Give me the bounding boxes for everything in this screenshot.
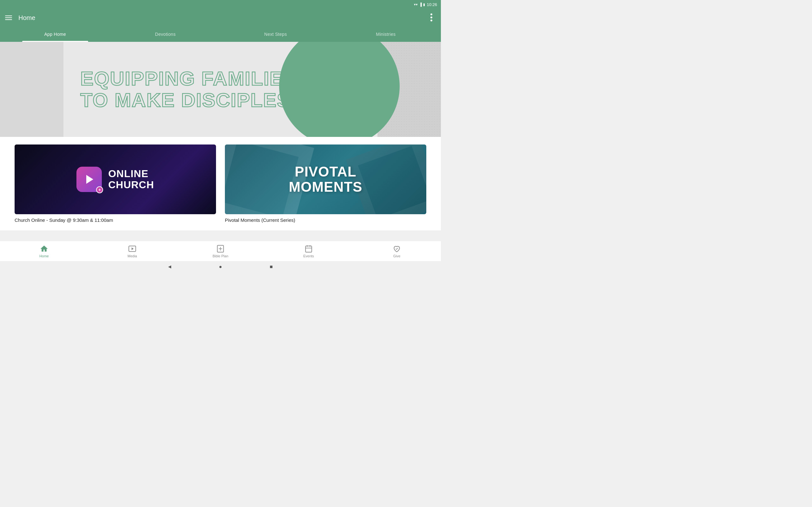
online-church-card[interactable]: + ONLINECHURCH Church Online - Sunday @ …	[14, 145, 216, 223]
back-button[interactable]: ◄	[166, 264, 173, 270]
menu-line-1	[5, 15, 12, 16]
app-bar-left: Home	[5, 14, 35, 21]
media-icon	[128, 245, 136, 253]
system-nav: ◄ ● ■	[0, 261, 441, 273]
nav-media[interactable]: Media	[123, 245, 142, 258]
nav-events[interactable]: Events	[299, 245, 318, 258]
svg-rect-5	[305, 246, 312, 252]
pivotal-moments-image: PIVOTALMOMENTS	[225, 145, 426, 214]
wifi-icon: ▾▾	[414, 3, 418, 7]
menu-line-3	[5, 19, 12, 20]
battery-icon: ▮	[423, 3, 425, 7]
give-icon	[393, 245, 401, 253]
hero-content: EQUIPPING FAMILIES TO MAKE DISCIPLES	[61, 68, 380, 111]
play-triangle-icon	[86, 175, 93, 184]
home-icon	[40, 245, 48, 253]
menu-line-2	[5, 17, 12, 18]
bottom-nav: Home Media Bible Plan Events Give	[0, 241, 441, 261]
more-button[interactable]: •••	[427, 13, 435, 22]
bible-icon	[216, 245, 224, 253]
plus-badge: +	[96, 186, 103, 193]
online-church-image: + ONLINECHURCH	[14, 145, 216, 214]
nav-media-label: Media	[128, 254, 137, 258]
tab-bar: App Home Devotions Next Steps Ministries	[0, 26, 441, 42]
home-button[interactable]: ●	[217, 264, 223, 270]
hero-title-line1: EQUIPPING FAMILIES	[80, 68, 297, 89]
nav-bible-plan[interactable]: Bible Plan	[211, 245, 230, 258]
hero-title-line2: TO MAKE DISCIPLES	[80, 89, 297, 111]
online-church-label: Church Online - Sunday @ 9:30am & 11:00a…	[14, 217, 216, 223]
status-time: 10:26	[426, 2, 437, 7]
nav-home[interactable]: Home	[35, 245, 54, 258]
nav-bible-label: Bible Plan	[212, 254, 229, 258]
content-section: + ONLINECHURCH Church Online - Sunday @ …	[0, 137, 441, 230]
app-title: Home	[18, 14, 35, 21]
recents-button[interactable]: ■	[268, 264, 274, 270]
play-icon-wrap: +	[77, 167, 102, 192]
online-church-content: + ONLINECHURCH	[77, 167, 154, 192]
signal-icon: ▐	[419, 3, 422, 6]
nav-give-label: Give	[393, 254, 401, 258]
pivotal-moments-label: Pivotal Moments (Current Series)	[225, 217, 426, 223]
nav-events-label: Events	[303, 254, 314, 258]
status-bar: ▾▾ ▐ ▮ 10:26	[0, 0, 441, 9]
menu-button[interactable]	[5, 15, 12, 20]
nav-home-label: Home	[39, 254, 49, 258]
nav-give[interactable]: Give	[387, 245, 406, 258]
tab-ministries[interactable]: Ministries	[331, 26, 441, 42]
status-icons: ▾▾ ▐ ▮ 10:26	[414, 2, 437, 7]
events-icon	[305, 245, 313, 253]
hero-bg-left	[0, 42, 63, 137]
tab-app-home[interactable]: App Home	[0, 26, 110, 42]
cards-row: + ONLINECHURCH Church Online - Sunday @ …	[14, 145, 426, 223]
hero-banner: EQUIPPING FAMILIES TO MAKE DISCIPLES	[0, 42, 441, 137]
online-church-title: ONLINECHURCH	[108, 168, 154, 190]
pivotal-moments-card[interactable]: PIVOTALMOMENTS Pivotal Moments (Current …	[225, 145, 426, 223]
app-bar: Home •••	[0, 9, 441, 26]
svg-marker-1	[132, 247, 134, 250]
pivotal-moments-title: PIVOTALMOMENTS	[289, 164, 362, 195]
tab-devotions[interactable]: Devotions	[110, 26, 221, 42]
tab-next-steps[interactable]: Next Steps	[220, 26, 331, 42]
